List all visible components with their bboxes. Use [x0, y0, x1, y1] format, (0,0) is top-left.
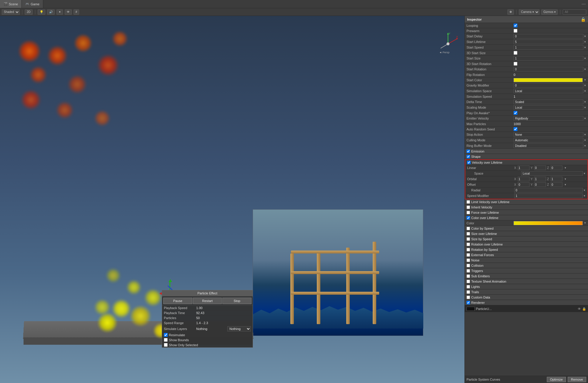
color-lifetime-section[interactable]: Color over Lifetime: [465, 215, 588, 220]
inherit-velocity-checkbox[interactable]: [467, 205, 470, 209]
tab-game[interactable]: 🎮 Game: [22, 0, 43, 8]
camera-select[interactable]: Camera ▾: [519, 9, 539, 15]
start-speed-value[interactable]: 1: [514, 45, 583, 50]
pause-button[interactable]: Pause: [163, 298, 192, 304]
size-lifetime-checkbox[interactable]: [467, 232, 470, 236]
custom-data-checkbox[interactable]: [467, 296, 470, 299]
rotation-by-speed-section[interactable]: Rotation by Speed: [465, 247, 588, 252]
orbital-x-input[interactable]: [518, 177, 529, 181]
orbital-arrow[interactable]: ▼: [564, 178, 567, 180]
noise-checkbox[interactable]: [467, 258, 470, 262]
start-size-value[interactable]: 1: [514, 56, 583, 61]
rotation-by-speed-checkbox[interactable]: [467, 248, 470, 251]
color-lifetime-checkbox[interactable]: [467, 216, 470, 220]
auto-random-seed-checkbox[interactable]: [514, 127, 517, 131]
stop-action-arrow[interactable]: ▼: [584, 133, 586, 136]
radial-arrow[interactable]: ▼: [583, 189, 586, 192]
emitter-velocity-arrow[interactable]: ▼: [584, 117, 586, 120]
tab-scene[interactable]: 🎬 Scene: [0, 0, 22, 8]
lights-checkbox[interactable]: [467, 285, 470, 289]
trails-section[interactable]: Trails: [465, 289, 588, 295]
start-rotation-arrow[interactable]: ▼: [584, 68, 586, 71]
triggers-checkbox[interactable]: [467, 269, 470, 273]
offset-y-input[interactable]: [534, 182, 546, 187]
shading-select[interactable]: Shaded: [2, 9, 20, 15]
linear-x-input[interactable]: [518, 165, 529, 170]
color-by-speed-checkbox[interactable]: [467, 227, 470, 230]
max-particles-value[interactable]: 1000: [514, 122, 586, 126]
grid-button[interactable]: #: [74, 9, 79, 15]
more-options-icon[interactable]: ⋯: [579, 2, 588, 6]
noise-section[interactable]: Noise: [465, 258, 588, 263]
light-button[interactable]: 💡: [38, 9, 45, 15]
rotation-lifetime-checkbox[interactable]: [467, 243, 470, 246]
gravity-modifier-arrow[interactable]: ▼: [584, 84, 586, 87]
simulation-space-value[interactable]: Local: [514, 89, 583, 93]
start-rotation-value[interactable]: 0: [514, 67, 583, 72]
simulate-layers-select[interactable]: Nothing Everything: [227, 326, 251, 331]
inherit-velocity-section[interactable]: Inherit Velocity: [465, 205, 588, 210]
rotation-lifetime-section[interactable]: Rotation over Lifetime: [465, 242, 588, 247]
shape-checkbox[interactable]: [467, 155, 470, 158]
inspector-close-icon[interactable]: 🔒: [581, 17, 586, 22]
audio-button[interactable]: 🔊: [47, 9, 55, 15]
limit-velocity-checkbox[interactable]: [467, 200, 470, 204]
start-color-arrow[interactable]: ▼: [584, 79, 586, 81]
2d-button[interactable]: 2D: [25, 9, 33, 15]
restart-button[interactable]: Restart: [193, 298, 222, 304]
linear-y-input[interactable]: [534, 165, 546, 170]
offset-z-input[interactable]: [551, 182, 562, 187]
collision-checkbox[interactable]: [467, 264, 470, 267]
resimulate-checkbox[interactable]: [164, 333, 168, 337]
show-bounds-checkbox[interactable]: [164, 338, 168, 342]
sub-emitters-checkbox[interactable]: [467, 274, 470, 278]
texture-sheet-checkbox[interactable]: [467, 280, 470, 283]
offset-arrow[interactable]: ▼: [564, 183, 567, 186]
start-delay-value[interactable]: 0: [514, 34, 583, 39]
effects-button[interactable]: ✦: [56, 9, 63, 15]
emission-checkbox[interactable]: [467, 150, 470, 153]
custom-data-section[interactable]: Custom Data: [465, 295, 588, 300]
transform-button[interactable]: ✥: [507, 9, 514, 15]
start-speed-arrow[interactable]: ▼: [584, 46, 586, 49]
triggers-section[interactable]: Triggers: [465, 268, 588, 273]
scaling-mode-value[interactable]: Local: [514, 105, 583, 110]
emitter-velocity-value[interactable]: Rigidbody: [514, 116, 583, 121]
search-input[interactable]: [563, 9, 586, 15]
stop-action-value[interactable]: None: [514, 132, 583, 137]
force-lifetime-checkbox[interactable]: [467, 211, 470, 214]
size-by-speed-section[interactable]: Size by Speed: [465, 236, 588, 242]
lights-section[interactable]: Lights: [465, 284, 588, 289]
remove-button[interactable]: Remove: [568, 377, 586, 382]
simulation-space-arrow[interactable]: ▼: [584, 90, 586, 92]
orbital-z-input[interactable]: [551, 177, 562, 181]
velocity-lifetime-header[interactable]: Velocity over Lifetime: [465, 160, 587, 165]
emission-section[interactable]: Emission: [465, 149, 588, 154]
radial-value[interactable]: 0: [514, 188, 583, 193]
shape-section[interactable]: Shape: [465, 154, 588, 159]
start-lifetime-arrow[interactable]: ▼: [584, 41, 586, 43]
looping-checkbox[interactable]: [514, 24, 517, 27]
trails-checkbox[interactable]: [467, 290, 470, 294]
limit-velocity-section[interactable]: Limit Velocity over Lifetime: [465, 199, 588, 205]
size-lifetime-section[interactable]: Size over Lifetime: [465, 231, 588, 236]
delta-time-arrow[interactable]: ▼: [584, 101, 586, 103]
delta-time-value[interactable]: Scaled: [514, 100, 583, 104]
ring-buffer-mode-arrow[interactable]: ▼: [584, 145, 586, 147]
culling-mode-arrow[interactable]: ▼: [584, 139, 586, 142]
linear-z-input[interactable]: [551, 165, 562, 170]
start-color-swatch[interactable]: [514, 78, 583, 82]
color-by-speed-section[interactable]: Color by Speed: [465, 226, 588, 231]
prewarm-checkbox[interactable]: [514, 29, 517, 33]
speed-modifier-arrow[interactable]: ▼: [583, 195, 586, 197]
particle-item-lock-icon[interactable]: 🔒: [582, 307, 586, 311]
flip-rotation-value[interactable]: 0: [514, 73, 586, 77]
size-by-speed-checkbox[interactable]: [467, 237, 470, 241]
show-only-selected-checkbox[interactable]: [164, 343, 168, 347]
space-arrow[interactable]: ▼: [583, 172, 586, 175]
orbital-y-input[interactable]: [534, 177, 546, 181]
hide-button[interactable]: 👁: [65, 9, 72, 15]
texture-sheet-section[interactable]: Texture Sheet Animation: [465, 279, 588, 284]
particle-item-eye-icon[interactable]: 👁: [578, 307, 581, 311]
velocity-lifetime-checkbox[interactable]: [467, 161, 471, 164]
